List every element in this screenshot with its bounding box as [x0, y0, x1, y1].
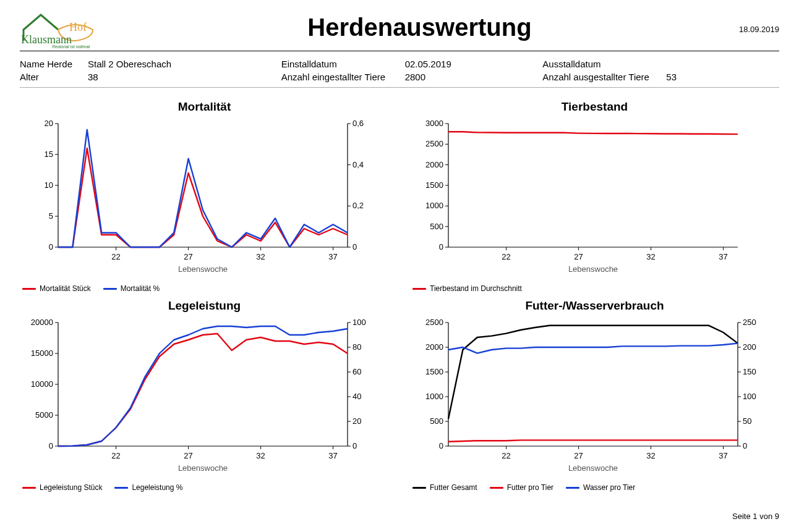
svg-text:10000: 10000 [31, 379, 53, 389]
meta-uninstall-date-label: Ausstalldatum [542, 59, 660, 69]
svg-text:27: 27 [574, 252, 583, 261]
legend-label: Tierbestand im Durchschnitt [430, 284, 522, 293]
legend-item: Futter Gesamt [412, 483, 477, 492]
svg-text:150: 150 [743, 367, 756, 376]
legend-label: Legeleistung Stück [40, 483, 102, 492]
svg-text:1500: 1500 [425, 180, 443, 190]
legend-label: Mortalität Stück [40, 284, 91, 293]
legend-swatch-icon [490, 487, 503, 489]
chart-legend: Mortalität Stück Mortalität % [20, 284, 389, 293]
meta-install-date-label: Einstalldatum [281, 59, 399, 69]
report-date: 18.09.2019 [739, 11, 779, 34]
svg-text:37: 37 [328, 451, 337, 460]
meta-block: Name Herde Stall 2 Obereschach Alter 38 … [20, 51, 779, 88]
page-title: Herdenauswertung [100, 14, 739, 41]
svg-text:32: 32 [256, 252, 265, 261]
chart-svg: 05001000150020002500300022273237Lebenswo… [410, 117, 769, 278]
chart-legend: Futter Gesamt Futter pro Tier Wasser pro… [410, 483, 779, 492]
meta-name-value: Stall 2 Obereschach [88, 59, 171, 69]
legend-item: Legeleistung % [114, 483, 182, 492]
legend-swatch-icon [412, 288, 426, 290]
meta-installed-count-label: Anzahl eingestallter Tiere [281, 72, 399, 82]
svg-text:100: 100 [352, 318, 366, 327]
svg-text:5000: 5000 [35, 410, 53, 420]
svg-text:500: 500 [430, 222, 443, 231]
svg-text:2500: 2500 [425, 318, 443, 327]
svg-text:20: 20 [352, 416, 361, 426]
svg-text:27: 27 [184, 252, 192, 261]
svg-text:1000: 1000 [425, 201, 443, 210]
page-footer: Seite 1 von 9 [732, 512, 779, 521]
chart-title: Mortalität [20, 100, 389, 114]
meta-uninstalled-count-value: 53 [666, 72, 677, 82]
svg-text:37: 37 [719, 451, 727, 460]
meta-age-value: 38 [88, 72, 98, 82]
svg-text:Klausmann: Klausmann [21, 33, 72, 46]
legend-item: Legeleistung Stück [22, 483, 102, 492]
svg-text:22: 22 [111, 451, 120, 460]
svg-text:15000: 15000 [31, 348, 53, 358]
svg-text:0,4: 0,4 [352, 160, 364, 169]
legend-item: Tierbestand im Durchschnitt [412, 284, 522, 293]
svg-text:20000: 20000 [31, 318, 53, 327]
svg-text:Regional ist optimal: Regional ist optimal [52, 44, 90, 48]
svg-text:5: 5 [49, 211, 53, 221]
svg-text:32: 32 [646, 252, 655, 261]
legend-item: Futter pro Tier [490, 483, 553, 492]
chart-title: Legeleistung [20, 299, 389, 313]
chart-tierbestand: Tierbestand05001000150020002500300022273… [410, 100, 779, 293]
legend-label: Futter Gesamt [430, 483, 477, 492]
svg-text:0,2: 0,2 [352, 201, 364, 210]
legend-label: Mortalität % [121, 284, 160, 293]
svg-text:Lebenswoche: Lebenswoche [568, 264, 618, 274]
meta-installed-count-value: 2800 [405, 72, 425, 82]
legend-item: Mortalität % [103, 284, 160, 293]
chart-svg: 0500010000150002000002040608010022273237… [20, 316, 378, 477]
svg-text:32: 32 [646, 451, 655, 460]
svg-text:0: 0 [439, 242, 443, 251]
svg-text:1500: 1500 [425, 367, 443, 376]
svg-text:100: 100 [743, 392, 756, 401]
svg-text:22: 22 [502, 451, 510, 460]
svg-text:15: 15 [45, 150, 53, 159]
meta-uninstalled-count-label: Anzahl ausgestallter Tiere [542, 72, 660, 82]
svg-text:40: 40 [352, 392, 361, 401]
svg-text:2500: 2500 [425, 139, 443, 148]
svg-text:0: 0 [352, 441, 357, 450]
svg-text:60: 60 [352, 367, 361, 376]
svg-text:32: 32 [256, 451, 265, 460]
svg-text:27: 27 [574, 451, 583, 460]
svg-text:250: 250 [743, 318, 756, 327]
chart-legeleistung: Legeleistung0500010000150002000002040608… [20, 299, 389, 492]
chart-title: Tierbestand [410, 100, 779, 114]
svg-text:80: 80 [352, 342, 361, 352]
legend-swatch-icon [114, 487, 128, 489]
svg-text:0: 0 [439, 441, 443, 450]
chart-futterwasser: Futter-/Wasserverbrauch05001000150020002… [410, 299, 779, 492]
meta-name-label: Name Herde [20, 59, 82, 69]
svg-text:22: 22 [502, 252, 510, 261]
logo-hof-klausmann: Hof Klausmann Regional ist optimal [20, 11, 100, 48]
svg-text:22: 22 [111, 252, 120, 261]
svg-text:10: 10 [45, 180, 53, 190]
svg-text:0: 0 [743, 441, 747, 450]
svg-text:Lebenswoche: Lebenswoche [568, 463, 618, 473]
svg-text:0: 0 [49, 441, 53, 450]
chart-svg: 0510152000,20,40,622273237Lebenswoche [20, 117, 378, 278]
svg-text:3000: 3000 [425, 119, 443, 128]
svg-text:2000: 2000 [425, 160, 443, 169]
report-header: Hof Klausmann Regional ist optimal Herde… [20, 11, 779, 51]
legend-item: Wasser pro Tier [566, 483, 635, 492]
legend-label: Legeleistung % [132, 483, 182, 492]
legend-swatch-icon [22, 288, 36, 290]
chart-svg: 0500100015002000250005010015020025022273… [410, 316, 769, 477]
svg-text:Hof: Hof [69, 21, 87, 33]
svg-text:27: 27 [184, 451, 192, 460]
svg-text:20: 20 [45, 119, 53, 128]
svg-text:500: 500 [430, 416, 443, 426]
legend-label: Wasser pro Tier [583, 483, 635, 492]
meta-age-label: Alter [20, 72, 82, 82]
svg-text:200: 200 [743, 342, 756, 352]
svg-text:2000: 2000 [425, 342, 443, 352]
legend-item: Mortalität Stück [22, 284, 91, 293]
